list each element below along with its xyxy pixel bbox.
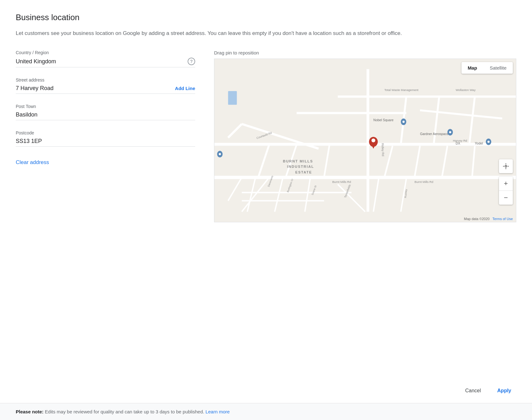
country-value[interactable]: United Kingdom xyxy=(16,58,188,65)
svg-text:ESTATE: ESTATE xyxy=(295,170,312,174)
svg-text:Burnt Mills Rd: Burnt Mills Rd xyxy=(332,180,351,184)
country-field-group: Country / Region United Kingdom ? xyxy=(16,50,195,67)
postcode-value[interactable]: SS13 1EP xyxy=(16,138,195,145)
svg-text:Wollaston Way: Wollaston Way xyxy=(456,88,476,92)
page-title: Business location xyxy=(16,13,516,22)
svg-rect-1 xyxy=(228,91,237,105)
page-description: Let customers see your business location… xyxy=(16,29,409,37)
learn-more-link[interactable]: Learn more xyxy=(206,409,230,414)
footer-actions: Cancel Apply xyxy=(0,378,532,403)
postcode-label: Postcode xyxy=(16,130,195,135)
map-data-text: Map data ©2020 xyxy=(464,217,490,221)
zoom-out-button[interactable]: − xyxy=(499,191,513,205)
street-label: Street address xyxy=(16,77,195,82)
street-field-group: Street address 7 Harvey Road Add Line xyxy=(16,77,195,94)
add-line-button[interactable]: Add Line xyxy=(171,86,195,91)
svg-point-53 xyxy=(371,139,375,142)
country-field-row: United Kingdom ? xyxy=(16,58,195,67)
bottom-note: Please note: Edits may be reviewed for q… xyxy=(0,403,532,420)
street-field-row: 7 Harvey Road Add Line xyxy=(16,85,195,94)
postcode-field-row: SS13 1EP xyxy=(16,138,195,147)
drag-hint: Drag pin to reposition xyxy=(214,50,516,55)
street-value[interactable]: 7 Harvey Road xyxy=(16,85,171,92)
map-toggle-map-button[interactable]: Map xyxy=(461,62,484,74)
note-text: Edits may be reviewed for quality and ca… xyxy=(45,409,204,414)
svg-text:BURNT MILLS: BURNT MILLS xyxy=(283,159,313,163)
svg-point-61 xyxy=(505,166,507,167)
postcode-field-group: Postcode SS13 1EP xyxy=(16,130,195,147)
location-button[interactable] xyxy=(499,159,513,173)
terms-of-use-link[interactable]: Terms of Use xyxy=(492,217,513,221)
map-roads: Ridley Rd Harvey Rd Burnt Mills Rd Burnt… xyxy=(214,59,516,222)
post-town-field-row: Basildon xyxy=(16,111,195,120)
svg-text:Nobel Square: Nobel Square xyxy=(373,118,393,122)
svg-text:Gardner Aerospace: Gardner Aerospace xyxy=(420,132,449,136)
map-section: Drag pin to reposition xyxy=(214,50,516,222)
svg-point-51 xyxy=(219,153,221,155)
svg-point-45 xyxy=(402,121,405,123)
post-town-value[interactable]: Basildon xyxy=(16,111,195,118)
svg-text:Ridley Rd: Ridley Rd xyxy=(381,143,385,156)
zoom-controls: + − xyxy=(499,177,513,205)
svg-text:Burnt Mills Rd: Burnt Mills Rd xyxy=(415,180,433,184)
post-town-field-group: Post Town Basildon xyxy=(16,104,195,120)
svg-text:Yodel: Yodel xyxy=(475,142,483,145)
location-icon xyxy=(502,163,509,170)
svg-point-47 xyxy=(449,131,451,133)
form-section: Country / Region United Kingdom ? Street… xyxy=(16,50,195,166)
clear-address-button[interactable]: Clear address xyxy=(16,159,49,166)
zoom-in-button[interactable]: + xyxy=(499,177,513,190)
country-help-icon[interactable]: ? xyxy=(188,58,195,65)
apply-button[interactable]: Apply xyxy=(492,385,516,397)
map-container[interactable]: Ridley Rd Harvey Rd Burnt Mills Rd Burnt… xyxy=(214,59,516,222)
map-toggle: Map Satellite xyxy=(461,62,513,74)
svg-text:DX: DX xyxy=(456,142,460,145)
note-bold: Please note: xyxy=(16,409,43,414)
map-toggle-satellite-button[interactable]: Satellite xyxy=(484,62,513,74)
post-town-label: Post Town xyxy=(16,104,195,109)
country-label: Country / Region xyxy=(16,50,195,55)
svg-text:Total Waste Management: Total Waste Management xyxy=(384,88,419,92)
map-attribution: Map data ©2020 Terms of Use xyxy=(464,217,513,221)
svg-text:INDUSTRIAL: INDUSTRIAL xyxy=(287,165,314,168)
main-content: Business location Let customers see your… xyxy=(0,0,532,378)
svg-point-49 xyxy=(487,141,490,143)
form-map-row: Country / Region United Kingdom ? Street… xyxy=(16,50,516,222)
cancel-button[interactable]: Cancel xyxy=(460,385,486,397)
